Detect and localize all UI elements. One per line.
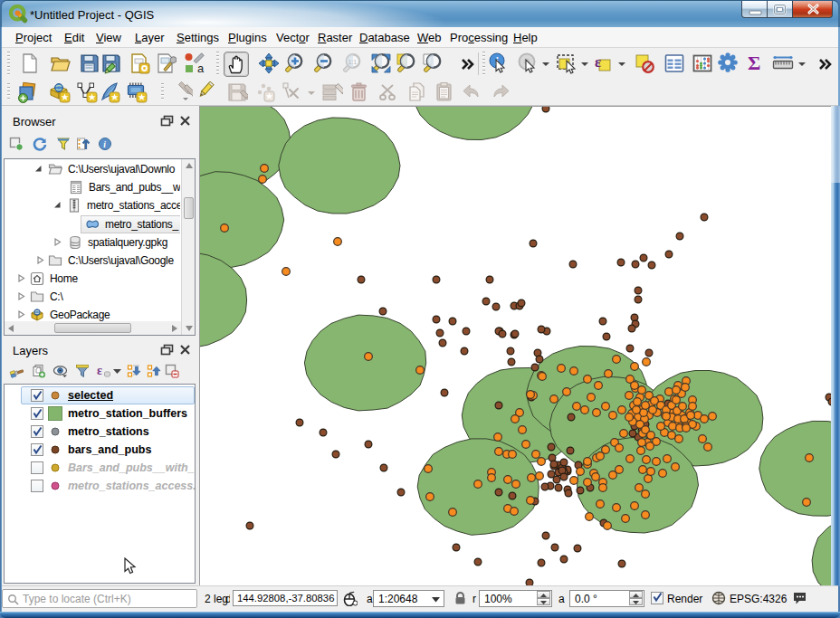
svg-text:ε: ε: [97, 364, 102, 377]
svg-text:ε: ε: [595, 53, 601, 71]
svg-text:i: i: [103, 140, 106, 149]
svg-text:Σ: Σ: [748, 52, 760, 74]
svg-text:1:1: 1:1: [348, 59, 358, 65]
svg-text:a: a: [197, 62, 205, 74]
